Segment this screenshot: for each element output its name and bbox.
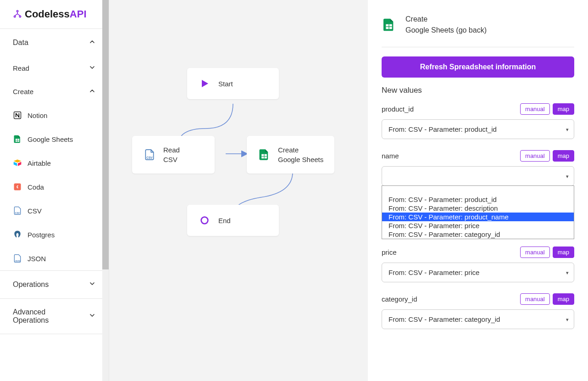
sidebar-item-csv[interactable]: CSV CSV	[0, 199, 109, 223]
sidebar-item-google-sheets[interactable]: Google Sheets	[0, 127, 109, 151]
node-label: CreateGoogle Sheets	[278, 145, 323, 164]
menu-advanced-label: Advanced Operations	[13, 308, 72, 325]
menu-data-label: Data	[13, 39, 28, 47]
svg-text:JSON: JSON	[15, 260, 20, 262]
csv-icon: CSV	[13, 206, 22, 215]
svg-text:CSV: CSV	[15, 212, 20, 214]
toggle-map[interactable]: map	[553, 150, 574, 162]
node-label: End	[218, 216, 231, 225]
sidebar-item-label: Notion	[28, 112, 47, 119]
field-label-price: price	[382, 248, 397, 256]
coda-icon	[13, 182, 22, 191]
dropdown-option-empty[interactable]	[382, 186, 574, 195]
toggle-manual[interactable]: manual	[520, 293, 550, 305]
node-label: ReadCSV	[163, 145, 180, 164]
node-end[interactable]: End	[187, 205, 279, 236]
dropdown-option[interactable]: From: CSV - Parameter: category_id	[382, 230, 574, 239]
logo-icon	[13, 10, 22, 19]
sidebar-item-label: JSON	[28, 255, 46, 263]
menu-read[interactable]: Read	[0, 56, 109, 80]
sidebar-item-json[interactable]: JSON JSON	[0, 247, 109, 270]
play-icon	[198, 77, 211, 90]
scrollbar-track	[102, 0, 109, 381]
refresh-spreadsheet-button[interactable]: Refresh Spreadsheet information	[382, 56, 574, 78]
chevron-up-icon	[89, 38, 96, 47]
google-sheets-icon	[382, 17, 396, 32]
svg-point-0	[17, 11, 18, 12]
sidebar-item-label: CSV	[28, 207, 42, 215]
chevron-up-icon	[89, 87, 96, 96]
field-label-name: name	[382, 152, 399, 160]
node-create-google-sheets[interactable]: CreateGoogle Sheets	[247, 136, 334, 174]
sidebar-item-airtable[interactable]: Airtable	[0, 151, 109, 175]
sidebar-item-label: Coda	[28, 183, 44, 191]
csv-file-icon: CSV	[143, 148, 156, 161]
svg-text:CSV: CSV	[146, 156, 153, 159]
properties-panel: Create Google Sheets (go back) Refresh S…	[368, 0, 588, 381]
toggle-manual[interactable]: manual	[520, 247, 550, 258]
svg-point-2	[19, 16, 21, 17]
chevron-down-icon	[89, 312, 96, 321]
menu-read-label: Read	[13, 64, 29, 72]
scrollbar-thumb[interactable]	[102, 0, 109, 269]
logo[interactable]: CodelessAPI	[0, 0, 109, 29]
postgres-icon	[13, 230, 22, 239]
sidebar: CodelessAPI Data Read Create Notion Goog…	[0, 0, 109, 381]
toggle-manual[interactable]: manual	[520, 103, 550, 115]
end-circle-icon	[198, 214, 211, 227]
toggle-map[interactable]: map	[553, 293, 574, 305]
dropdown-list: From: CSV - Parameter: product_id From: …	[382, 185, 574, 239]
menu-operations-label: Operations	[13, 280, 49, 289]
sidebar-item-notion[interactable]: Notion	[0, 103, 109, 127]
toggle-map[interactable]: map	[553, 103, 574, 115]
sidebar-item-label: Google Sheets	[28, 135, 73, 143]
svg-point-14	[201, 217, 208, 224]
select-category-id[interactable]: From: CSV - Parameter: category_id	[382, 309, 574, 329]
panel-title: Create	[405, 14, 487, 25]
toggle-manual[interactable]: manual	[520, 150, 550, 162]
json-icon: JSON	[13, 254, 22, 263]
node-label: Start	[218, 79, 233, 89]
node-read-csv[interactable]: CSV ReadCSV	[132, 136, 215, 174]
logo-text: CodelessAPI	[25, 8, 87, 20]
chevron-down-icon	[89, 64, 96, 73]
airtable-icon	[13, 158, 22, 168]
google-sheets-icon	[258, 148, 271, 161]
dropdown-option[interactable]: From: CSV - Parameter: product_name	[382, 213, 574, 221]
svg-point-1	[14, 16, 16, 17]
menu-create-label: Create	[13, 88, 33, 95]
chevron-down-icon	[89, 280, 96, 289]
select-price[interactable]: From: CSV - Parameter: price	[382, 263, 574, 282]
menu-operations[interactable]: Operations	[0, 271, 109, 298]
sidebar-item-label: Postgres	[28, 231, 55, 239]
workflow-canvas[interactable]: Start CSV ReadCSV CreateGoogle Sheets En…	[109, 0, 368, 381]
sidebar-item-postgres[interactable]: Postgres	[0, 223, 109, 247]
node-start[interactable]: Start	[187, 68, 279, 99]
dropdown-option[interactable]: From: CSV - Parameter: price	[382, 221, 574, 230]
notion-icon	[13, 111, 22, 120]
menu-advanced-operations[interactable]: Advanced Operations	[0, 299, 109, 334]
menu-create[interactable]: Create	[0, 80, 109, 103]
field-label-product-id: product_id	[382, 105, 414, 113]
toggle-map[interactable]: map	[553, 247, 574, 258]
sidebar-item-coda[interactable]: Coda	[0, 175, 109, 199]
dropdown-option[interactable]: From: CSV - Parameter: product_id	[382, 195, 574, 204]
google-sheets-icon	[13, 134, 22, 144]
new-values-label: New values	[382, 86, 574, 95]
panel-header: Create Google Sheets (go back)	[382, 14, 574, 47]
field-label-category-id: category_id	[382, 295, 417, 303]
select-name[interactable]	[382, 166, 574, 186]
panel-subtitle[interactable]: Google Sheets (go back)	[405, 25, 487, 36]
dropdown-option[interactable]: From: CSV - Parameter: description	[382, 204, 574, 213]
menu-data[interactable]: Data	[0, 29, 109, 56]
sidebar-item-label: Airtable	[28, 159, 51, 167]
select-product-id[interactable]: From: CSV - Parameter: product_id	[382, 119, 574, 139]
